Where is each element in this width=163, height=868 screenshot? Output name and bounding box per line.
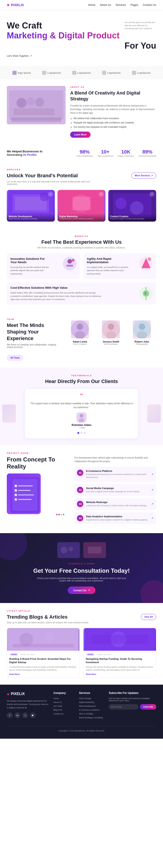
more-services-button[interactable]: More Services ↗ bbox=[131, 173, 156, 179]
svg-text:✓: ✓ bbox=[15, 489, 17, 492]
read-more-2[interactable]: Read More bbox=[86, 673, 154, 675]
benefit-title-1: Innovative Solutions For Your Needs bbox=[10, 257, 50, 264]
benefit-title-3: Cost-Effective Solutions With High Value bbox=[10, 286, 96, 289]
footer: ● PIXELIX We design immersive digital ex… bbox=[0, 685, 163, 739]
read-more-1[interactable]: Read More bbox=[9, 673, 77, 675]
service-arrow-1[interactable]: ↗ bbox=[48, 192, 53, 197]
svg-point-4 bbox=[35, 98, 44, 107]
stat-label-2: Years Experience bbox=[97, 155, 113, 157]
service-arrow-2[interactable]: ↗ bbox=[99, 192, 104, 197]
project-item-text-2: Executed a digital social media campaign… bbox=[86, 490, 140, 493]
arrow-icon: ↗ bbox=[30, 55, 32, 57]
footer-link-contact[interactable]: Contact Us bbox=[53, 713, 75, 715]
testi-dot-1[interactable] bbox=[77, 432, 79, 434]
footer-grid: ● PIXELIX We design immersive digital ex… bbox=[7, 691, 156, 720]
footer-link-blog[interactable]: Blog Post bbox=[53, 709, 75, 711]
logo-name-2: Logoipsum bbox=[47, 71, 61, 74]
about-checks: ✓ We believe that collaboration fuels in… bbox=[70, 117, 156, 129]
footer-logo-mark: ● bbox=[7, 691, 9, 696]
stat-label-1: Client Satisfaction bbox=[77, 155, 93, 157]
svg-rect-45 bbox=[18, 486, 33, 486]
project-left: From Concept To Reality bbox=[7, 456, 70, 514]
svg-rect-67 bbox=[91, 635, 148, 644]
team-members: Adam Lewis UI/UX Creative Jessica Smith … bbox=[66, 320, 156, 345]
nav-link-about[interactable]: About Us bbox=[100, 3, 111, 6]
svg-rect-6 bbox=[11, 118, 61, 122]
service-arrow-3[interactable]: ↗ bbox=[150, 192, 155, 197]
social-youtube[interactable]: ▶ bbox=[30, 712, 36, 718]
footer-service-4[interactable]: E-commerce Solutions bbox=[79, 709, 104, 711]
logo-icon-2 bbox=[42, 71, 46, 75]
social-twitter[interactable]: t bbox=[22, 712, 28, 718]
svg-rect-60 bbox=[88, 547, 102, 554]
cta-image-2 bbox=[83, 542, 106, 558]
footer-brand-col: ● PIXELIX We design immersive digital ex… bbox=[7, 691, 49, 720]
stat-num-1: 98% bbox=[77, 149, 93, 155]
social-facebook[interactable]: f bbox=[7, 712, 13, 718]
footer-desc: We design immersive digital experiences … bbox=[7, 699, 49, 710]
footer-service-1[interactable]: UI/UX Design bbox=[79, 697, 104, 700]
nav-logo[interactable]: ● PIXELIX bbox=[7, 2, 24, 7]
logo-item-1: logo ipsum bbox=[12, 71, 31, 75]
svg-rect-64 bbox=[13, 644, 74, 647]
subscribe-email-input[interactable] bbox=[109, 704, 139, 710]
service-image-1: ↗ Website Development Build stunning, re… bbox=[7, 190, 55, 222]
project-arrow-2: ↗ bbox=[151, 488, 154, 492]
benefits-section: BENEFITS Feel The Best Experience With U… bbox=[0, 228, 163, 311]
all-team-button[interactable]: All Team bbox=[7, 355, 23, 361]
benefit-icon-2 bbox=[138, 256, 154, 272]
blog-header: Trending Blogs & Articles View All bbox=[7, 614, 156, 620]
footer-bottom: Copyright © 2024 Basetheme. All Rights R… bbox=[7, 726, 156, 732]
notebook-visual: ✓ ✓ ✓ ✓ bbox=[7, 473, 41, 514]
svg-point-2 bbox=[17, 98, 26, 108]
subscribe-button[interactable]: Subscribe bbox=[140, 704, 156, 710]
lets-work-link[interactable]: Let's Work Together ↗ bbox=[7, 55, 156, 57]
svg-text:✓: ✓ bbox=[15, 494, 17, 496]
footer-service-5[interactable]: SEO & Visibility bbox=[79, 713, 104, 715]
testi-dot-2[interactable] bbox=[81, 432, 82, 434]
stats-line1: We Helped Businesses In bbox=[7, 150, 62, 153]
stats-bar: We Helped Businesses In Generating 2x Pr… bbox=[0, 145, 163, 162]
blog-card-1: ADMIN October 10, 2024 Building A Brand … bbox=[7, 628, 80, 678]
about-learn-more-button[interactable]: Learn More bbox=[70, 132, 90, 138]
service-image-3: ↗ Content Creation Produce the type of c… bbox=[108, 190, 156, 222]
svg-point-3 bbox=[26, 97, 35, 105]
view-all-button[interactable]: View All bbox=[141, 614, 156, 620]
social-linkedin[interactable]: in bbox=[15, 712, 20, 718]
logo-icon-4 bbox=[102, 71, 106, 75]
svg-point-17 bbox=[130, 201, 143, 215]
hero-section: We Craft Marketing & Digital Product For… bbox=[0, 10, 163, 66]
check-item-1: ✓ We believe that collaboration fuels in… bbox=[70, 117, 156, 120]
nav-link-contact[interactable]: Contact Us bbox=[143, 3, 156, 6]
footer-service-6[interactable]: Brand Strategy Consulting bbox=[79, 716, 104, 719]
service-sub-1: Build stunning, responsive websites. bbox=[8, 218, 53, 220]
cta-contact-button[interactable]: Contact Us ↗ bbox=[68, 587, 95, 594]
blog-title-1: Building A Brand From Scratch: Essential… bbox=[9, 657, 77, 664]
dots-decoration bbox=[56, 514, 65, 515]
stat-item-4: 89% Revenue Increased bbox=[139, 149, 156, 157]
benefit-text-3: Digital studios often offer compelling p… bbox=[10, 291, 103, 301]
blog-tag-2: ADMIN bbox=[86, 653, 95, 656]
svg-point-63 bbox=[44, 632, 53, 642]
footer-link-about[interactable]: About Us bbox=[53, 701, 75, 704]
nav-link-services[interactable]: Services bbox=[116, 3, 126, 6]
footer-service-2[interactable]: Digital Marketing bbox=[79, 701, 104, 704]
footer-logo-text: PIXELIX bbox=[11, 692, 25, 696]
cta-section: SCHEDULE A DEMO Get Your Free Consultati… bbox=[0, 533, 163, 603]
footer-link-team[interactable]: Our Team bbox=[53, 705, 75, 707]
footer-service-3[interactable]: Web Development bbox=[79, 705, 104, 707]
team-role-3: Photographer bbox=[128, 343, 156, 345]
lets-work-text: Let's Work Together bbox=[7, 55, 29, 57]
nav-link-pages[interactable]: Pages bbox=[131, 3, 138, 6]
testi-dot-3[interactable] bbox=[84, 432, 86, 434]
svg-point-34 bbox=[108, 323, 114, 330]
logo-name-5: Logoipsum bbox=[137, 71, 151, 74]
svg-point-40 bbox=[80, 414, 83, 417]
blog-title: Trending Blogs & Articles bbox=[7, 614, 67, 620]
nav-link-home[interactable]: Home bbox=[88, 3, 95, 6]
service-title-2: Digital Marketing bbox=[59, 215, 104, 218]
project-item-3: 03 Website Redesign Achieved a 40% incre… bbox=[74, 498, 156, 510]
hero-line3: For You bbox=[7, 41, 156, 51]
footer-link-home[interactable]: Home bbox=[53, 697, 75, 700]
nav-logo-text: PIXELIX bbox=[11, 3, 24, 7]
